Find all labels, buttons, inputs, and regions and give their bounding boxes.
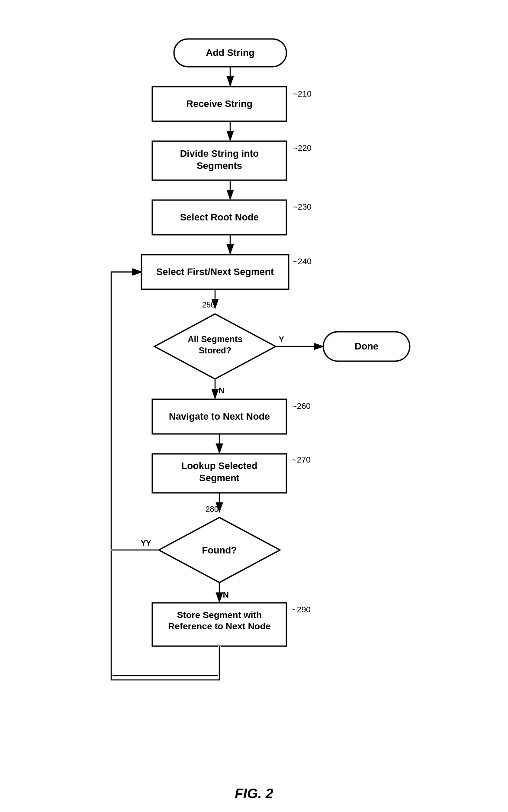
ref-290: ~290	[292, 605, 311, 614]
ref-210: ~210	[293, 89, 312, 98]
label-select-root: Select Root Node	[180, 212, 259, 223]
label-divide-string-2: Segments	[196, 160, 242, 171]
figure-label: FIG. 2	[235, 786, 273, 802]
label-all-segments-2: Stored?	[199, 346, 231, 355]
node-done: Done	[323, 332, 410, 361]
ref-220: ~220	[293, 143, 312, 152]
label-lookup-2: Segment	[199, 472, 240, 483]
label-y1: Y	[279, 335, 284, 344]
ref-280: 280	[206, 505, 219, 514]
label-found: Found?	[202, 545, 237, 556]
node-found: Found?	[159, 518, 280, 582]
node-divide-string: Divide String into Segments	[152, 141, 286, 180]
label-n1: N	[219, 386, 225, 395]
node-lookup: Lookup Selected Segment	[152, 454, 286, 493]
label-store-2: Reference to Next Node	[168, 621, 271, 631]
node-select-segment: Select First/Next Segment	[141, 255, 289, 289]
ref-250: 250	[202, 301, 215, 309]
label-select-segment: Select First/Next Segment	[156, 266, 274, 277]
label-store-1: Store Segment with	[177, 610, 262, 620]
node-all-segments: All Segments Stored?	[154, 314, 276, 379]
flowchart-diagram: Add String Receive String ~210 Divide St…	[68, 26, 440, 764]
label-divide-string-1: Divide String into	[180, 148, 259, 159]
ref-240: ~240	[293, 257, 312, 266]
label-add-string: Add String	[206, 47, 254, 58]
label-done: Done	[355, 341, 379, 352]
node-add-string: Add String	[174, 39, 286, 67]
ref-260: ~260	[292, 401, 311, 411]
ref-270: ~270	[292, 455, 311, 464]
node-receive-string: Receive String	[152, 87, 286, 121]
label-n2: N	[223, 590, 229, 599]
label-all-segments-1: All Segments	[188, 334, 243, 344]
label-receive-string: Receive String	[186, 98, 253, 109]
node-navigate: Navigate to Next Node	[152, 399, 286, 434]
node-select-root: Select Root Node	[152, 200, 286, 235]
ref-230: ~230	[293, 202, 312, 211]
node-store-segment: Store Segment with Reference to Next Nod…	[152, 603, 286, 646]
label-navigate: Navigate to Next Node	[169, 411, 270, 422]
label-lookup-1: Lookup Selected	[181, 460, 257, 471]
label-y2: Y	[146, 538, 151, 547]
